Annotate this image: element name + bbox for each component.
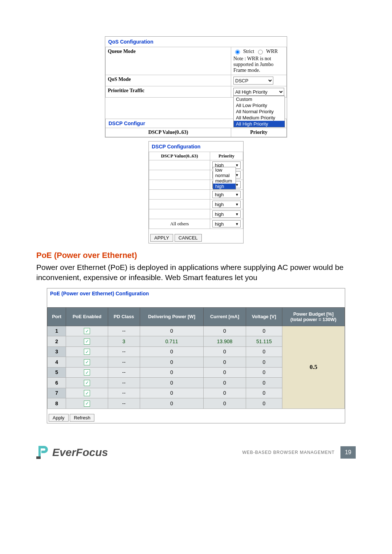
cell-enabled: ✓ [66,336,108,347]
th-budget: Power Budget [%] (total power = 130W) [282,307,345,326]
chevron-down-icon: ▼ [235,202,239,206]
cell-enabled: ✓ [66,326,108,336]
option-high[interactable]: All High Priority [234,121,285,127]
qos-mode-select[interactable]: DSCP [233,77,273,85]
cell-power: 0 [140,346,204,357]
option-medium[interactable]: All Medium Priority [234,115,285,121]
option-custom[interactable]: Custom [234,96,285,102]
dscp-row-value [149,180,210,190]
brand: EverFocus [36,445,108,460]
dscp-row-value [149,160,210,170]
priority-dropdown-open: low normal medium high [213,167,236,189]
th-current: Current [mA] [204,307,246,326]
prioritize-label: Prioritize Traffic [106,86,231,98]
cell-pdclass: -- [108,378,140,388]
chevron-down-icon: ▼ [235,193,239,197]
cell-port: 2 [48,336,66,347]
cell-enabled: ✓ [66,388,108,398]
cell-budget: 0.5 [282,326,345,409]
cell-power: 0 [140,388,204,398]
dscp-config-panel: DSCP Configuration DSCP Value(0..63) Pri… [148,141,244,243]
option-normal[interactable]: normal [213,173,236,178]
prioritize-select[interactable]: All High Priority [233,88,284,96]
option-medium[interactable]: medium [213,178,236,184]
cell-voltage: 0 [246,357,282,368]
footer-label: WEB-BASED BROWSER MANAGEMENT [242,450,335,455]
th-port: Port [48,307,66,326]
priority-select-4[interactable]: high▼ [212,201,241,208]
option-low[interactable]: low [213,167,236,173]
prioritize-options-list: Custom All Low Priority All Normal Prior… [233,96,285,127]
cell-pdclass: -- [108,346,140,357]
dscp-title: DSCP Configuration [149,141,243,152]
cell-enabled: ✓ [66,346,108,357]
qos-mode-label: QoS Mode [106,75,231,86]
poe-apply-button[interactable]: Apply [49,414,69,422]
queue-mode-strict-radio[interactable] [235,50,240,54]
table-row: 1✓--0000.5 [48,326,345,336]
cell-port: 5 [48,367,66,378]
poe-body-text: Power over Ethernet (PoE) is deployed in… [36,262,356,283]
th-pdclass: PD Class [108,307,140,326]
poe-enabled-checkbox[interactable]: ✓ [84,359,90,365]
chevron-down-icon: ▼ [235,212,239,216]
dscp-row-all-others: All others [149,219,210,229]
dscp-priority-th: Priority [210,152,243,160]
dscp-value-th: DSCP Value(0..63) [149,152,210,160]
cell-port: 4 [48,357,66,368]
cell-power: 0 [140,378,204,388]
priority-select-5[interactable]: high▼ [212,210,241,218]
cell-pdclass: -- [108,367,140,378]
cell-pdclass: -- [108,398,140,409]
wrr-label: WRR [266,49,278,54]
chevron-down-icon: ▼ [235,222,239,226]
poe-enabled-checkbox[interactable]: ✓ [84,401,90,407]
cell-enabled: ✓ [66,357,108,368]
cell-enabled: ✓ [66,398,108,409]
dscp-row-value [149,200,210,209]
cell-power: 0 [140,398,204,409]
cell-voltage: 0 [246,378,282,388]
cell-power: 0.711 [140,336,204,347]
th-enabled: PoE Enabled [66,307,108,326]
chevron-down-icon: ▼ [235,163,239,167]
option-high[interactable]: high [213,184,236,189]
cell-current: 0 [204,357,246,368]
cancel-button[interactable]: CANCEL [175,234,202,242]
cell-port: 1 [48,326,66,336]
queue-mode-wrr-radio[interactable] [258,50,263,54]
cell-power: 0 [140,357,204,368]
cell-voltage: 0 [246,326,282,336]
poe-enabled-checkbox[interactable]: ✓ [84,349,90,355]
cell-current: 0 [204,378,246,388]
brand-name: EverFocus [52,446,108,459]
poe-title: PoE (Power over Ethernet) Configuration [47,288,345,299]
cell-port: 6 [48,378,66,388]
cell-voltage: 51.115 [246,336,282,347]
wrr-note: Note : WRR is not supported in Jumbo Fra… [233,56,284,73]
cell-enabled: ✓ [66,378,108,388]
option-low[interactable]: All Low Priority [234,102,285,108]
cell-current: 13.908 [204,336,246,347]
cell-pdclass: -- [108,357,140,368]
priority-select-3[interactable]: high▼ [212,191,241,198]
cell-power: 0 [140,326,204,336]
th-voltage: Voltage [V] [246,307,282,326]
apply-button[interactable]: APPLY [150,234,173,242]
poe-heading: PoE (Power over Ethernet) [36,251,356,260]
poe-enabled-checkbox[interactable]: ✓ [84,328,90,334]
poe-enabled-checkbox[interactable]: ✓ [84,380,90,386]
cell-pdclass: -- [108,326,140,336]
page-footer: EverFocus WEB-BASED BROWSER MANAGEMENT 1… [36,445,356,460]
cell-current: 0 [204,326,246,336]
option-normal[interactable]: All Normal Priority [234,108,285,115]
th-power: Delivering Power [W] [140,307,204,326]
poe-enabled-checkbox[interactable]: ✓ [84,390,90,396]
dscp-value-header: DSCP Value(0..63) [106,128,231,137]
poe-enabled-checkbox[interactable]: ✓ [84,338,90,345]
everfocus-logo-icon [36,445,49,460]
cell-voltage: 0 [246,346,282,357]
poe-enabled-checkbox[interactable]: ✓ [84,369,90,376]
priority-select-6[interactable]: high▼ [212,220,241,227]
poe-refresh-button[interactable]: Refresh [70,414,94,422]
